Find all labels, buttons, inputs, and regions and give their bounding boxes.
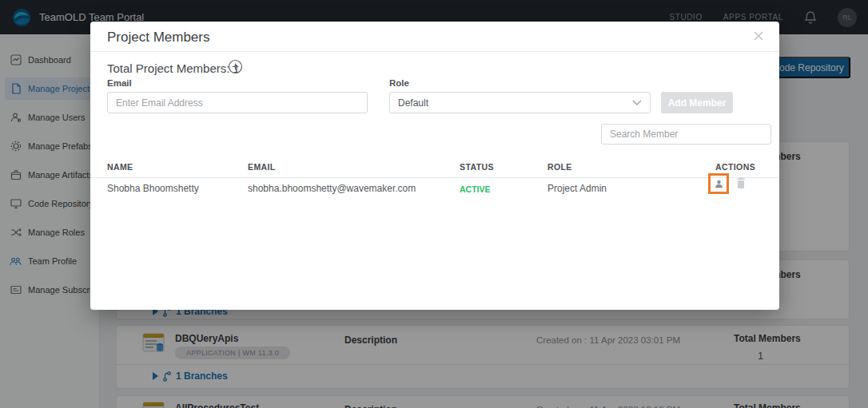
add-member-button[interactable]: Add Member [661,92,733,113]
col-header-actions: ACTIONS [715,162,755,172]
search-member-input[interactable] [601,124,771,145]
member-email: shobha.bhoomshetty@wavemaker.com [248,183,416,194]
member-status-badge: ACTIVE [460,184,491,194]
col-header-email: EMAIL [248,162,276,172]
person-icon [714,179,724,189]
member-profile-action-button[interactable] [708,173,729,194]
role-selected-value: Default [398,97,428,109]
total-members-text: Total Project Members: 1 [107,61,240,75]
delete-member-trash-icon[interactable] [735,176,748,191]
member-role: Project Admin [547,183,607,194]
col-header-name: NAME [107,162,133,172]
role-label: Role [389,78,409,88]
role-select[interactable]: Default [389,92,651,113]
add-member-plus-icon[interactable] [228,59,243,74]
table-header-divider [90,177,779,178]
close-icon[interactable] [752,30,765,42]
col-header-status: STATUS [460,162,494,172]
email-field[interactable] [107,92,368,113]
project-members-modal: Project Members Total Project Members: 1… [90,22,779,310]
chevron-down-icon [632,100,642,105]
col-header-role: ROLE [547,162,572,172]
modal-title: Project Members [107,30,209,46]
member-name: Shobha Bhoomshetty [107,183,199,194]
email-label: Email [107,78,132,88]
screen: TeamOLD Team Portal STUDIO APPS PORTAL R… [0,0,868,408]
modal-header: Project Members [90,22,779,52]
